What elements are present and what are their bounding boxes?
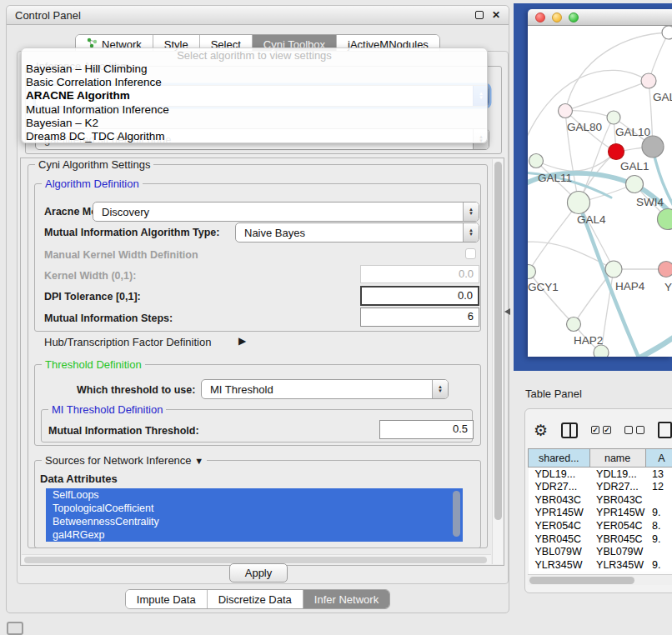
panel-grip-icon[interactable]: [7, 622, 23, 635]
table-cell[interactable]: YBL079W: [589, 546, 645, 559]
data-attributes-list[interactable]: SelfLoopsTopologicalCoefficientBetweenne…: [46, 488, 463, 542]
popup-placeholder: Select algorithm to view settings: [22, 49, 487, 62]
network-node-swi4[interactable]: [626, 176, 644, 193]
deselect-all-columns-icon[interactable]: [624, 426, 644, 434]
aracne-mode-combo[interactable]: Discovery ▲▼: [93, 202, 479, 222]
table-row[interactable]: YER054CYER054C8.: [529, 519, 672, 532]
table-cell[interactable]: YDL19...: [589, 468, 645, 481]
select-all-columns-icon[interactable]: [591, 426, 611, 434]
network-node-gal[interactable]: [641, 73, 656, 88]
network-node-gcy1[interactable]: [528, 265, 536, 279]
which-threshold-combo[interactable]: MI Threshold ▲▼: [201, 379, 449, 399]
attribute-list-item[interactable]: BetweennessCentrality: [46, 515, 463, 528]
attribute-list-item[interactable]: TopologicalCoefficient: [46, 502, 463, 515]
close-icon[interactable]: ✕: [492, 10, 500, 20]
network-node-hap2[interactable]: [567, 318, 581, 332]
table-row[interactable]: YLR345WYLR345W9.: [529, 558, 672, 572]
table-row[interactable]: YDR27...YDR27...12: [529, 480, 672, 493]
list-scrollbar-thumb[interactable]: [453, 491, 460, 537]
table-cell[interactable]: YBR045C: [529, 532, 590, 546]
algorithm-option[interactable]: Bayesian – K2: [22, 117, 487, 130]
table-cell[interactable]: YLR345W: [589, 558, 645, 572]
table-cell[interactable]: 9.: [645, 507, 672, 520]
combo-stepper-icon[interactable]: ▲▼: [463, 202, 479, 221]
network-node-y[interactable]: [659, 262, 672, 278]
table-row[interactable]: YBR043CYBR043C: [529, 493, 672, 507]
table-cell[interactable]: YDL19...: [529, 468, 590, 481]
zoom-traffic-light[interactable]: [569, 12, 579, 22]
table-cell[interactable]: YBR043C: [529, 493, 590, 507]
mi-threshold-field[interactable]: 0.5: [379, 420, 474, 439]
table-row[interactable]: YBR045CYBR045C9.: [529, 532, 672, 546]
table-cell[interactable]: 12: [645, 480, 672, 493]
table-cell[interactable]: YER054C: [529, 519, 590, 532]
network-node-gal10[interactable]: [607, 111, 620, 124]
table-cell[interactable]: [645, 546, 672, 559]
network-node[interactable]: [594, 345, 609, 357]
hub-definition-label[interactable]: Hub/Transcription Factor Definition: [44, 336, 211, 348]
network-node-gal4[interactable]: [568, 192, 590, 214]
expanded-arrow-icon[interactable]: ▼: [194, 456, 203, 466]
export-table-icon[interactable]: [658, 422, 672, 438]
table-cell[interactable]: YDR27...: [529, 480, 590, 493]
minimize-traffic-light[interactable]: [552, 12, 562, 22]
table-cell[interactable]: [645, 493, 672, 507]
scrollbar-thumb[interactable]: [529, 577, 634, 584]
tab-impute-data[interactable]: Impute Data: [126, 590, 208, 608]
table-cell[interactable]: YBL079W: [529, 546, 590, 559]
network-node[interactable]: [658, 209, 672, 230]
column-header-shared[interactable]: shared...: [529, 449, 590, 468]
network-window-titlebar[interactable]: [528, 9, 672, 26]
table-cell[interactable]: YER054C: [589, 519, 645, 532]
dpi-tolerance-field[interactable]: 0.0: [360, 286, 479, 306]
table-cell[interactable]: 13: [645, 468, 672, 481]
float-window-icon[interactable]: [475, 11, 484, 19]
network-node-gal11[interactable]: [529, 154, 544, 168]
attribute-list-item[interactable]: gal4RGexp: [46, 528, 463, 542]
table-cell[interactable]: 8.: [645, 519, 672, 532]
network-node-gal1[interactable]: [609, 144, 624, 160]
table-row[interactable]: YBL079WYBL079W: [529, 546, 672, 559]
collapsed-arrow-icon[interactable]: ▶: [238, 335, 246, 347]
algorithm-option[interactable]: Mutual Information Inference: [22, 103, 487, 117]
network-view-window: GALGAL80GAL10GAL1GAL11SWI4GAL4GCY1HAP4YH…: [528, 9, 672, 357]
apply-button[interactable]: Apply: [229, 563, 288, 582]
table-cell[interactable]: 9.: [645, 558, 672, 572]
algorithm-option[interactable]: ARACNE Algorithm: [22, 89, 487, 102]
vertical-scrollbar[interactable]: [492, 159, 503, 564]
network-node-hap4[interactable]: [605, 261, 622, 278]
mi-steps-field[interactable]: 6: [360, 308, 479, 327]
combo-stepper-icon[interactable]: ▲▼: [432, 380, 448, 398]
attribute-list-item[interactable]: SelfLoops: [46, 488, 463, 502]
tab-discretize-data[interactable]: Discretize Data: [208, 590, 303, 608]
algorithm-option[interactable]: Basic Correlation Inference: [22, 76, 487, 89]
network-node[interactable]: [642, 136, 664, 158]
table-horizontal-scrollbar[interactable]: [528, 574, 672, 585]
column-header-name[interactable]: name: [589, 449, 645, 468]
gear-icon[interactable]: ⚙: [534, 422, 548, 438]
table-cell[interactable]: YPR145W: [529, 507, 590, 520]
algorithm-option[interactable]: Bayesian – Hill Climbing: [22, 62, 487, 76]
table-row[interactable]: YDL19...YDL19...13: [529, 468, 672, 481]
kernel-width-field[interactable]: 0.0: [360, 265, 479, 283]
mi-type-combo[interactable]: Naive Bayes ▲▼: [235, 222, 479, 242]
table-cell[interactable]: YLR345W: [529, 558, 590, 572]
combo-stepper-icon[interactable]: ▲▼: [463, 223, 479, 242]
close-traffic-light[interactable]: [535, 12, 545, 22]
scrollbar-thumb[interactable]: [24, 557, 487, 563]
tab-infer-network[interactable]: Infer Network: [303, 590, 389, 608]
network-node-gal80[interactable]: [559, 104, 573, 118]
scrollbar-thumb[interactable]: [494, 162, 502, 520]
table-cell[interactable]: YPR145W: [589, 507, 645, 520]
table-cell[interactable]: 9.: [645, 532, 672, 546]
table-cell[interactable]: YBR045C: [589, 532, 645, 546]
algorithm-option[interactable]: Dream8 DC_TDC Algorithm: [22, 130, 487, 143]
table-cell[interactable]: YDR27...: [589, 480, 645, 493]
table-cell[interactable]: YBR043C: [589, 493, 645, 507]
manual-kernel-checkbox[interactable]: [465, 248, 476, 259]
table-row[interactable]: YPR145WYPR145W9.: [529, 507, 672, 520]
network-node[interactable]: [662, 26, 672, 39]
columns-icon[interactable]: [561, 422, 578, 438]
column-header-a[interactable]: A: [645, 449, 672, 468]
network-canvas[interactable]: GALGAL80GAL10GAL1GAL11SWI4GAL4GCY1HAP4YH…: [528, 26, 672, 357]
